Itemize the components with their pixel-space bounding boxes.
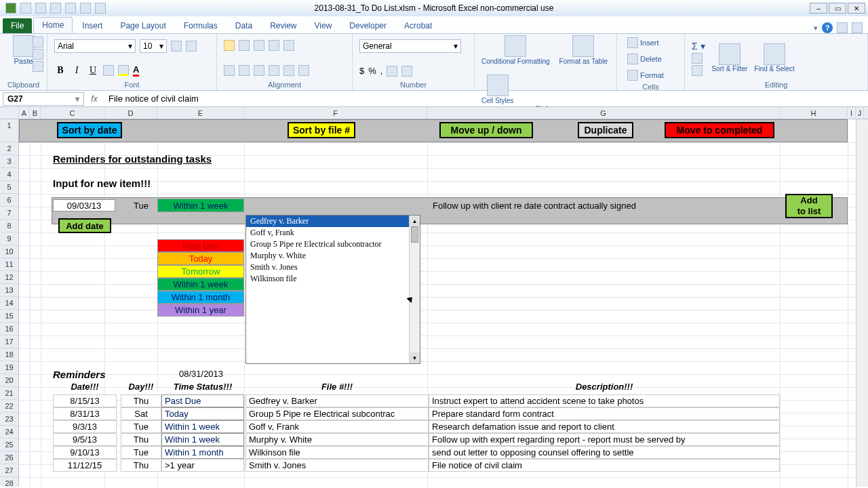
row-header-11[interactable]: 11 bbox=[0, 258, 19, 271]
row-header-12[interactable]: 12 bbox=[0, 271, 19, 284]
table-cell[interactable]: Thu bbox=[121, 459, 161, 472]
table-cell[interactable]: 8/15/13 bbox=[53, 394, 117, 407]
column-headers[interactable]: ABCDEFGHIJ bbox=[0, 107, 868, 119]
dropdown-item[interactable]: Smith v. Jones bbox=[246, 262, 409, 273]
sheet-cells[interactable]: Sort by date Sort by file # Move up / do… bbox=[19, 119, 868, 487]
row-header-2[interactable]: 2 bbox=[0, 142, 19, 155]
scroll-up-icon[interactable]: ▲ bbox=[410, 216, 420, 226]
move-to-completed-button[interactable]: Move to completed bbox=[665, 122, 774, 138]
duplicate-button[interactable]: Duplicate bbox=[578, 122, 633, 138]
row-header-16[interactable]: 16 bbox=[0, 323, 19, 336]
name-box[interactable]: G27▾ bbox=[3, 92, 84, 106]
indent-inc-icon[interactable] bbox=[283, 65, 294, 76]
row-headers[interactable]: 1234567891011121314151617181920212223242… bbox=[0, 119, 19, 487]
row-header-20[interactable]: 20 bbox=[0, 374, 19, 387]
table-cell[interactable]: Thu bbox=[121, 394, 161, 407]
table-cell[interactable]: Goff v, Frank bbox=[245, 420, 429, 433]
tab-review[interactable]: Review bbox=[262, 18, 304, 33]
table-cell[interactable]: Within 1 week bbox=[161, 433, 244, 446]
add-date-button[interactable]: Add date bbox=[58, 218, 111, 233]
align-top-icon[interactable] bbox=[224, 40, 235, 51]
col-header-E[interactable]: E bbox=[157, 107, 244, 119]
tab-insert[interactable]: Insert bbox=[74, 18, 111, 33]
align-middle-icon[interactable] bbox=[239, 40, 250, 51]
align-bottom-icon[interactable] bbox=[254, 40, 264, 51]
table-cell[interactable]: Past Due bbox=[161, 394, 244, 407]
col-header-D[interactable]: D bbox=[104, 107, 157, 119]
help-icon[interactable]: ? bbox=[822, 22, 833, 33]
col-header-I[interactable]: I bbox=[848, 107, 856, 119]
table-cell[interactable]: Instruct expert to attend accident scene… bbox=[429, 394, 780, 407]
table-cell[interactable]: Follow up with expert regarding report -… bbox=[429, 433, 780, 446]
redo-icon[interactable] bbox=[50, 3, 61, 14]
gridlines-icon[interactable] bbox=[65, 3, 76, 14]
save-icon[interactable] bbox=[20, 3, 31, 14]
delete-cells-button[interactable]: Delete bbox=[624, 52, 665, 66]
close-button[interactable]: ✕ bbox=[848, 3, 865, 14]
format-cells-button[interactable]: Format bbox=[624, 68, 667, 83]
tab-file[interactable]: File bbox=[3, 18, 32, 33]
fill-icon[interactable] bbox=[692, 53, 703, 64]
table-cell[interactable]: Sat bbox=[121, 407, 161, 420]
col-header-F[interactable]: F bbox=[244, 107, 427, 119]
align-center-icon[interactable] bbox=[239, 65, 250, 76]
row-header-5[interactable]: 5 bbox=[0, 181, 19, 194]
row-header-13[interactable]: 13 bbox=[0, 284, 19, 297]
row-header-14[interactable]: 14 bbox=[0, 297, 19, 310]
window-min-icon[interactable] bbox=[837, 22, 848, 33]
window-restore-icon[interactable] bbox=[852, 22, 863, 33]
row-header-10[interactable]: 10 bbox=[0, 245, 19, 258]
shrink-font-icon[interactable] bbox=[186, 41, 197, 52]
file-dropdown[interactable]: Gedfrey v. BarkerGoff v, FrankGroup 5 Pi… bbox=[245, 215, 420, 364]
table-cell[interactable]: Today bbox=[161, 407, 244, 420]
table-cell[interactable]: Group 5 Pipe re Electrical subcontrac bbox=[245, 407, 429, 420]
currency-icon[interactable]: $ bbox=[359, 66, 364, 77]
row-header-22[interactable]: 22 bbox=[0, 400, 19, 413]
dropdown-item[interactable]: Murphy v. White bbox=[246, 250, 409, 262]
input-date-cell[interactable]: 09/03/13 bbox=[53, 199, 115, 211]
fx-icon[interactable]: fx bbox=[84, 94, 104, 104]
row-header-25[interactable]: 25 bbox=[0, 439, 19, 451]
tab-home[interactable]: Home bbox=[33, 17, 73, 33]
tab-formulas[interactable]: Formulas bbox=[176, 18, 226, 33]
row-header-26[interactable]: 26 bbox=[0, 451, 19, 464]
col-header-H[interactable]: H bbox=[780, 107, 848, 119]
border-button[interactable] bbox=[103, 65, 114, 76]
table-cell[interactable]: 9/10/13 bbox=[53, 446, 117, 459]
table-cell[interactable]: Research defamation issue and report to … bbox=[429, 420, 780, 433]
font-name-select[interactable]: Arial▾ bbox=[54, 39, 136, 53]
table-cell[interactable]: 11/12/15 bbox=[53, 459, 117, 472]
clear-icon[interactable] bbox=[692, 65, 703, 76]
tab-page-layout[interactable]: Page Layout bbox=[112, 18, 174, 33]
row-header-19[interactable]: 19 bbox=[0, 361, 19, 374]
row-header-7[interactable]: 7 bbox=[0, 207, 19, 220]
percent-icon[interactable]: % bbox=[368, 66, 376, 77]
merge-icon[interactable] bbox=[298, 65, 309, 76]
tab-acrobat[interactable]: Acrobat bbox=[396, 18, 440, 33]
number-format-select[interactable]: General▾ bbox=[359, 39, 461, 53]
row-header-4[interactable]: 4 bbox=[0, 168, 19, 181]
table-cell[interactable]: Wilkinson file bbox=[245, 446, 429, 459]
row-header-18[interactable]: 18 bbox=[0, 348, 19, 361]
col-header-A[interactable]: A bbox=[19, 107, 30, 119]
cell-styles-icon[interactable] bbox=[487, 75, 509, 96]
col-header-G[interactable]: G bbox=[427, 107, 780, 119]
underline-button[interactable]: U bbox=[87, 65, 99, 76]
row-header-1[interactable]: 1 bbox=[0, 119, 19, 142]
minimize-button[interactable]: – bbox=[810, 3, 827, 14]
row-header-3[interactable]: 3 bbox=[0, 155, 19, 168]
dropdown-item[interactable]: Gedfrey v. Barker bbox=[246, 216, 409, 227]
fill-color-button[interactable] bbox=[118, 65, 129, 76]
table-cell[interactable]: Tue bbox=[121, 446, 161, 459]
conditional-format-icon[interactable] bbox=[505, 35, 526, 57]
col-header-[interactable] bbox=[0, 107, 19, 119]
col-header-B[interactable]: B bbox=[30, 107, 41, 119]
add-to-list-button[interactable]: Add to list bbox=[785, 194, 833, 218]
col-header-C[interactable]: C bbox=[41, 107, 104, 119]
orientation-icon[interactable] bbox=[269, 40, 279, 51]
grow-font-icon[interactable] bbox=[171, 41, 182, 52]
dropdown-item[interactable]: Wilkinson file bbox=[246, 273, 409, 285]
find-select-icon[interactable] bbox=[764, 43, 785, 65]
col-header-J[interactable]: J bbox=[856, 107, 864, 119]
wrap-text-icon[interactable] bbox=[283, 40, 294, 51]
